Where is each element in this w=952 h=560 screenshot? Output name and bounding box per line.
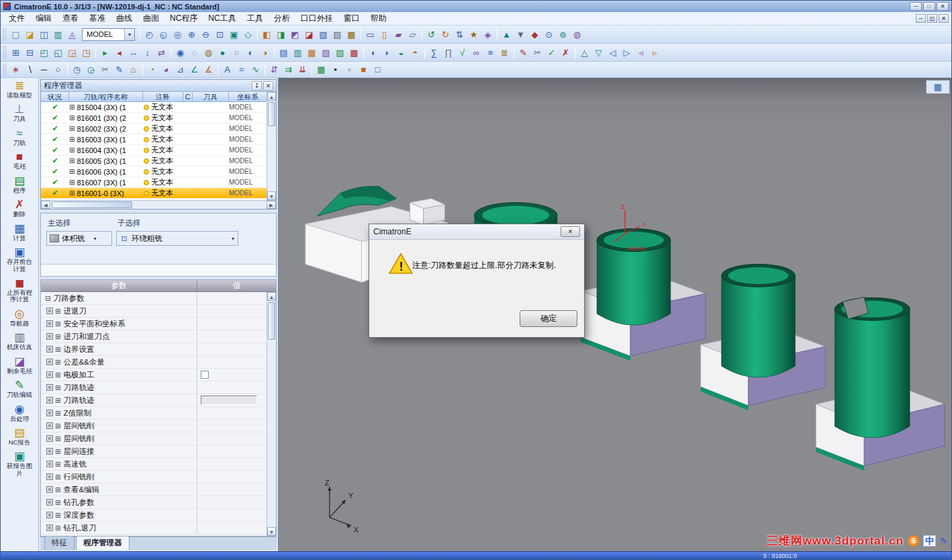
toolbar-icon[interactable]: ◇ [241,28,255,41]
toolbar-icon[interactable]: ∿ [248,63,263,77]
toolbar-icon[interactable]: ◆ [528,28,542,41]
expand-icon[interactable]: ⊞ [55,435,60,442]
toolbar-icon[interactable]: ▦ [305,46,319,59]
ime-language-icon[interactable]: 中 [923,535,936,547]
toolbar-icon[interactable]: ↻ [438,28,453,41]
toolbar-icon[interactable] [424,46,425,58]
toolbar-icon[interactable]: ⊡ [213,28,227,41]
menu-item[interactable]: 工具 [242,11,269,26]
scrollbar-thumb[interactable] [52,201,132,208]
toolbar-icon[interactable]: ▨ [333,46,347,59]
expand-icon[interactable]: ⊞ [69,114,75,122]
ok-button[interactable]: 确定 [520,310,577,327]
menu-item[interactable]: 基准 [84,11,111,26]
toolbar-icon[interactable]: ▧ [316,28,330,41]
sidebar-item[interactable]: ✎ 刀轨编辑 [1,377,38,401]
toolbar-icon[interactable]: ◃ [634,46,648,59]
vertical-scrollbar[interactable]: ▲ ▼ [267,292,276,536]
toolbar-icon[interactable]: ∖ [23,63,37,77]
menu-item[interactable]: 查看 [57,11,84,26]
toolbar-icon[interactable]: √ [455,46,469,59]
toolbar-icon[interactable]: ◁ [606,46,620,59]
parameter-checkbox[interactable] [201,371,209,379]
parameter-row[interactable]: ⊞ 深度参数 [41,509,267,522]
toolbar-icon[interactable]: △ [577,46,591,59]
mdi-restore-button[interactable]: ◱ [927,14,937,23]
menu-item[interactable]: 帮助 [365,11,392,26]
ime-pencil-icon[interactable]: ✎ [940,536,947,546]
toolbar-icon[interactable] [140,28,140,40]
model-cylinder-3[interactable] [701,264,826,410]
parameter-row[interactable]: ⊞ 钻孔,退刀 [41,522,267,534]
toolbar-icon[interactable]: ◷ [70,63,84,77]
floating-mini-toolbar[interactable]: ▦ [926,80,950,94]
toolbar-icon[interactable] [265,64,265,76]
toolbar-icon[interactable]: ▸ [98,46,112,59]
parameter-row[interactable]: ⊞ 刀路轨迹 [41,394,267,407]
toolbar-icon[interactable]: ↔ [126,46,140,59]
parameter-row[interactable]: ⊞ 层间连接 [41,445,267,458]
toolbar-icon[interactable]: ⇵ [267,63,281,77]
toolbar-icon[interactable]: ▣ [227,28,241,41]
toolbar-icon[interactable] [361,28,361,40]
model-cylinder-4[interactable] [816,297,945,470]
toolbar-icon[interactable]: ─ [37,63,51,77]
toolbar-icon[interactable]: ⊟ [23,46,37,59]
toolbar-icon[interactable]: ◪ [23,28,37,41]
dialog-close-icon[interactable]: ✕ [561,226,580,237]
toolbar-icon[interactable]: ∠ [187,63,201,77]
expand-icon[interactable]: ⊞ [69,125,75,132]
column-header-c[interactable]: C [183,92,193,101]
menu-item[interactable]: 文件 [3,11,30,26]
expand-icon[interactable]: ⊞ [55,473,60,481]
expand-icon[interactable]: ⊞ [55,371,60,379]
toolbar-icon[interactable]: ▱ [406,28,420,41]
toolbar-icon[interactable] [218,64,218,76]
parameter-row[interactable]: ⊞ 刀路轨迹 [41,381,267,394]
toolbar-icon[interactable]: ▫ [342,63,356,77]
toolbar-icon[interactable]: ⊙ [542,28,556,41]
toolbar-icon[interactable]: ▲ [499,28,514,41]
toolbar-icon[interactable]: ⌂ [126,63,140,77]
scroll-down-icon[interactable]: ▼ [267,191,276,200]
expand-icon[interactable]: ⊞ [55,461,60,468]
tab-program-manager[interactable]: 程序管理器 [76,536,130,550]
chevron-down-icon[interactable]: ▾ [228,236,238,242]
toolbar-icon[interactable]: ▩ [344,28,359,41]
toolbar-icon[interactable]: ◳ [79,46,93,59]
toolbar-icon[interactable]: ◍ [201,46,216,59]
parameter-row[interactable]: ⊞ 安全平面和坐标系 [41,318,267,330]
expand-icon[interactable]: ⊞ [69,136,75,143]
expand-icon[interactable]: ⊞ [55,359,60,366]
toolbar-icon[interactable] [422,28,422,40]
expand-icon[interactable]: ⊞ [69,146,75,154]
toolbar-icon[interactable]: ⇊ [295,63,310,77]
toolbar-icon[interactable]: ○ [51,63,65,77]
menu-item[interactable]: 口口外挂 [295,11,338,26]
sidebar-item[interactable]: ▥ 机床仿真 [1,330,38,353]
sub-selection-dropdown[interactable]: ⊡ 环绕粗铣 ▾ [116,231,238,246]
parameter-row[interactable]: ⊞ 层间铣削 [41,420,267,432]
toolbar-icon[interactable]: ≈ [234,63,248,77]
parameter-row[interactable]: ⊞ 电极加工 [41,369,267,381]
toolbar-icon[interactable]: ▯ [377,28,391,41]
column-header-tool[interactable]: 刀具 [193,92,229,101]
menu-item[interactable]: NC工具 [203,11,241,26]
expand-icon[interactable]: ⊞ [55,524,60,532]
parameter-input[interactable] [201,395,257,405]
ime-logo-icon[interactable]: S [908,535,919,547]
menu-item[interactable]: 曲面 [138,11,164,26]
toolbar-grip[interactable] [3,28,6,40]
sidebar-item[interactable]: ▣ 存并前台 计算 [1,244,38,275]
toolbar-icon[interactable]: ✎ [112,63,126,77]
parameter-row[interactable]: ⊞ 查看&编辑 [41,483,267,496]
toolbar-icon[interactable]: A [220,63,234,77]
toolbar-icon[interactable]: ∞ [469,46,483,59]
toolbar-icon[interactable]: ◌ [187,46,201,59]
toolbar-icon[interactable]: ≡ [483,46,497,59]
toolbar-icon[interactable]: ▼ [514,28,528,41]
toolbar-icon[interactable]: ▢ [9,28,23,41]
pin-icon[interactable]: ↧ [252,81,262,91]
toolbar-icon[interactable]: ✗ [559,46,573,59]
toolbar-icon[interactable]: ⇉ [281,63,295,77]
